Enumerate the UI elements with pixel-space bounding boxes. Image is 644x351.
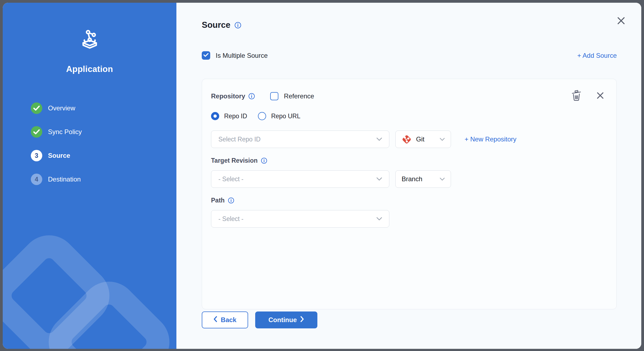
repo-url-radio[interactable] <box>258 112 266 120</box>
application-box-git-icon <box>79 47 101 52</box>
continue-button[interactable]: Continue <box>255 311 317 328</box>
source-form: Source Is Multiple Source + Add Source R… <box>176 3 641 349</box>
repository-card-header: Repository Reference <box>211 90 608 102</box>
repo-id-select-placeholder: Select Repo ID <box>218 136 261 143</box>
path-row: - Select - <box>211 210 608 228</box>
modal-close-button[interactable] <box>616 16 627 27</box>
step-sync-policy[interactable]: Sync Policy <box>31 126 176 138</box>
step-done-check-icon <box>31 102 42 114</box>
chevron-right-icon <box>300 316 304 324</box>
repo-mode-radio-row: Repo ID Repo URL <box>211 112 608 120</box>
source-info-icon[interactable] <box>234 22 241 29</box>
add-source-button[interactable]: + Add Source <box>577 52 617 59</box>
reference-label: Reference <box>284 92 314 100</box>
card-actions <box>571 90 608 102</box>
chevron-down-icon <box>440 138 445 141</box>
reference-group: Reference <box>270 92 314 100</box>
close-icon <box>597 92 604 100</box>
step-number-badge: 4 <box>31 174 42 185</box>
close-icon <box>617 17 625 26</box>
step-overview[interactable]: Overview <box>31 102 176 114</box>
step-destination[interactable]: 4 Destination <box>31 174 176 185</box>
repo-id-select[interactable]: Select Repo ID <box>211 131 389 148</box>
chevron-down-icon <box>440 178 445 181</box>
target-revision-label-row: Target Revision <box>211 157 608 164</box>
trash-icon <box>571 90 581 102</box>
step-source[interactable]: 3 Source <box>31 150 176 161</box>
repository-label: Repository <box>211 92 245 100</box>
step-label: Destination <box>48 175 81 183</box>
chevron-left-icon <box>213 316 217 324</box>
reference-checkbox[interactable] <box>270 92 278 100</box>
target-revision-select[interactable]: - Select - <box>211 170 389 188</box>
application-wizard-modal: Application Overview Sync Policy 3 Sourc… <box>3 3 641 349</box>
target-revision-info-icon[interactable] <box>261 158 267 164</box>
repo-url-radio-group: Repo URL <box>258 112 300 120</box>
repo-url-radio-label: Repo URL <box>271 113 300 120</box>
source-step-panel: Source Is Multiple Source + Add Source R… <box>176 3 641 349</box>
path-info-icon[interactable] <box>228 197 234 204</box>
step-label: Overview <box>48 104 75 112</box>
step-number-badge: 3 <box>31 150 42 161</box>
chevron-down-icon <box>377 217 382 220</box>
back-button-label: Back <box>221 316 236 324</box>
chevron-down-icon <box>377 138 382 141</box>
target-revision-label: Target Revision <box>211 157 258 164</box>
repo-id-radio[interactable] <box>211 112 219 120</box>
new-repository-button[interactable]: + New Repository <box>465 135 516 143</box>
source-repository-card: Repository Reference <box>202 79 617 309</box>
path-select[interactable]: - Select - <box>211 210 389 228</box>
back-button[interactable]: Back <box>202 311 248 328</box>
step-done-check-icon <box>31 126 42 138</box>
wizard-footer: Back Continue <box>202 311 617 328</box>
collapse-source-button[interactable] <box>597 92 604 100</box>
is-multiple-source-label: Is Multiple Source <box>216 52 268 59</box>
wizard-sidebar: Application Overview Sync Policy 3 Sourc… <box>3 3 176 349</box>
target-revision-row: - Select - Branch <box>211 170 608 188</box>
delete-source-button[interactable] <box>571 90 581 102</box>
continue-button-label: Continue <box>269 316 297 324</box>
brand-watermark <box>3 229 176 349</box>
path-label-row: Path <box>211 197 608 204</box>
revision-type-value: Branch <box>402 175 422 183</box>
chevron-down-icon <box>377 177 382 181</box>
repo-type-select[interactable]: Git <box>395 131 451 148</box>
git-logo-icon <box>402 134 412 144</box>
repo-select-row: Select Repo ID <box>211 131 608 148</box>
repo-type-value: Git <box>416 135 425 143</box>
revision-type-select[interactable]: Branch <box>395 170 451 188</box>
step-label: Sync Policy <box>48 128 82 136</box>
page-title: Source <box>202 20 230 30</box>
path-select-placeholder: - Select - <box>218 215 243 223</box>
repository-info-icon[interactable] <box>248 93 255 99</box>
is-multiple-source-checkbox[interactable] <box>202 51 210 60</box>
repo-id-radio-label: Repo ID <box>224 113 247 120</box>
repo-id-radio-group: Repo ID <box>211 112 247 120</box>
checkbox-check-icon <box>203 53 209 58</box>
multi-source-row: Is Multiple Source + Add Source <box>202 51 617 60</box>
page-title-row: Source <box>202 20 617 30</box>
sidebar-header: Application <box>3 29 176 74</box>
target-revision-placeholder: - Select - <box>218 175 243 183</box>
path-label: Path <box>211 197 225 204</box>
wizard-title: Application <box>3 64 176 74</box>
step-label: Source <box>48 152 70 159</box>
wizard-steps: Overview Sync Policy 3 Source 4 Destinat… <box>3 102 176 185</box>
